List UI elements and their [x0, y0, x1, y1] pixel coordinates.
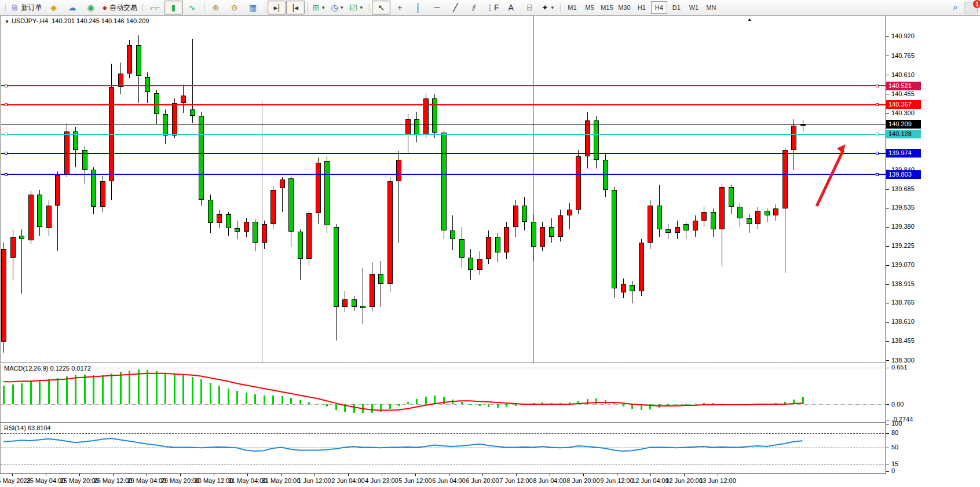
time-axis-tick [583, 474, 584, 476]
price-axis-label: 139.535 [891, 204, 915, 211]
rsi-axis-label: 80 [891, 429, 898, 436]
red-up-arrow[interactable] [1, 16, 887, 362]
vertical-line-button[interactable]: │ [409, 1, 427, 14]
arrows-button[interactable]: ✦▼ [539, 1, 557, 14]
horizontal-line-button[interactable]: ─ [427, 1, 446, 14]
templates-icon: 🗠 [349, 3, 357, 12]
macd-pane[interactable]: MACD(12,26,9) 0.1225 0.0172 [0, 364, 887, 422]
templates-button[interactable]: 🗠▼ [347, 1, 366, 14]
rsi-line [1, 423, 887, 473]
price-axis-label: 139.380 [891, 223, 915, 230]
notifications-icon[interactable]: 1 [964, 2, 978, 13]
timeframe-m5[interactable]: M5 [582, 1, 598, 14]
zoom-out-button[interactable]: ⊖ [225, 1, 244, 14]
label-button[interactable]: ⌸ [520, 1, 539, 14]
time-axis-label: 26 May 12:00 [94, 477, 133, 484]
market-watch-button[interactable]: ☁ [63, 1, 82, 14]
new-order-icon: 🗎 [11, 3, 19, 12]
price-level-badge: 140.521 [886, 82, 921, 90]
price-axis-label: 140.920 [891, 32, 915, 39]
price-level-badge: 139.974 [886, 149, 921, 158]
timeframe-mn[interactable]: MN [703, 1, 719, 14]
time-axis-tick [718, 474, 718, 476]
vertical-line-icon: │ [416, 3, 421, 12]
templates-button-dropdown-arrow[interactable]: ▼ [359, 5, 364, 10]
toolbar-separator [204, 2, 204, 13]
auto-scroll-button[interactable]: ▸| [268, 1, 286, 14]
chart-dropdown-triangle[interactable]: ▼ [5, 19, 9, 24]
auto-trading-button[interactable]: ●自动交易 [100, 1, 140, 14]
crosshair-button[interactable]: + [390, 1, 409, 14]
time-axis-label: 8 Jun 20:00 [566, 477, 600, 484]
trendline-icon: ╱ [453, 3, 458, 12]
cursor-button[interactable]: ↖ [372, 1, 390, 14]
auto-trading-icon: ● [103, 3, 107, 12]
time-axis-tick [113, 474, 114, 476]
arrows-button-dropdown-arrow[interactable]: ▼ [550, 5, 555, 10]
time-axis-label: 25 May 20:00 [60, 477, 99, 484]
chart-header: ▼USDJPY-,H4 140.201 140.245 140.146 140.… [5, 17, 149, 24]
line-chart-button[interactable]: ∿ [183, 1, 202, 14]
toolbar-separator [265, 2, 265, 13]
tile-windows-button[interactable]: ▦ [244, 1, 262, 14]
fibonacci-button[interactable]: ⋮F [483, 1, 502, 14]
trendline-button[interactable]: ╱ [446, 1, 465, 14]
mt4-application-window: ┆🗎新订单◆☁◉●自动交易┆⌐⌐▮∿⊕⊖▦▸||◂⊞▼◷▼🗠▼┆↖+│─╱⫽⋮F… [0, 0, 980, 487]
periods-button[interactable]: ◷▼ [328, 1, 347, 14]
time-axis-tick [482, 474, 483, 476]
new-order-button-label: 新订单 [21, 3, 42, 13]
candlestick-chart-icon: ▮ [171, 3, 176, 12]
time-axis-tick [449, 474, 449, 476]
charts-button[interactable]: ◆ [45, 1, 63, 14]
time-axis-label: 7 Jun 12:00 [499, 477, 533, 484]
time-axis-tick [247, 474, 248, 476]
time-axis-label: 31 May 20:00 [262, 477, 301, 484]
rsi-pane[interactable]: RSI(14) 63.8104 [0, 423, 887, 473]
channel-button[interactable]: ⫽ [465, 1, 483, 14]
signals-button[interactable]: ◉ [82, 1, 100, 14]
candlestick-chart-button[interactable]: ▮ [164, 1, 183, 14]
indicators-button[interactable]: ⊞▼ [310, 1, 328, 14]
search-icon[interactable]: ⌕ [953, 2, 958, 13]
timeframe-h1[interactable]: H1 [634, 1, 650, 14]
main-chart-pane[interactable]: ▼USDJPY-,H4 140.201 140.245 140.146 140.… [0, 16, 887, 362]
time-axis-tick [550, 474, 550, 476]
timeframe-m30[interactable]: M30 [616, 1, 632, 14]
time-axis-label: 8 Jun 04:00 [533, 477, 566, 484]
text-button[interactable]: A [502, 1, 520, 14]
bar-chart-button[interactable]: ⌐⌐ [146, 1, 164, 14]
crosshair-icon: + [397, 3, 402, 12]
charts-icon: ◆ [50, 3, 57, 12]
notification-count-badge: 1 [973, 0, 980, 8]
time-axis-tick [382, 474, 382, 476]
indicators-button-dropdown-arrow[interactable]: ▼ [321, 5, 326, 10]
time-axis-label: 13 Jun 12:00 [699, 477, 736, 484]
time-axis-label: 5 Jun 12:00 [398, 477, 432, 484]
toolbar-grip: ┆ [367, 4, 371, 12]
time-axis-label: 6 Jun 20:00 [466, 477, 499, 484]
new-order-button[interactable]: 🗎新订单 [9, 1, 45, 14]
label-icon: ⌸ [527, 3, 532, 12]
time-axis-tick [684, 474, 685, 476]
timeframe-h4[interactable]: H4 [651, 1, 667, 14]
toolbar-grip: ┆ [141, 4, 145, 12]
timeframe-w1[interactable]: W1 [686, 1, 702, 14]
zoom-in-button[interactable]: ⊕ [207, 1, 225, 14]
time-axis-label: 9 Jun 12:00 [600, 477, 634, 484]
timeframe-m1[interactable]: M1 [564, 1, 580, 14]
timeframe-d1[interactable]: D1 [668, 1, 685, 14]
time-axis-label: 31 May 04:00 [228, 477, 267, 484]
time-axis-label: 25 May 04:00 [27, 477, 65, 484]
timeframe-m15[interactable]: M15 [599, 1, 615, 14]
chart-shift-button[interactable]: |◂ [286, 1, 305, 14]
price-axis[interactable]: 140.920140.765140.610140.455140.300139.8… [886, 16, 980, 474]
time-axis-tick [617, 474, 617, 476]
periods-icon: ◷ [331, 3, 338, 12]
time-axis-label: 6 Jun 04:00 [432, 477, 466, 484]
periods-button-dropdown-arrow[interactable]: ▼ [339, 5, 344, 10]
toolbar-grip: ┆ [3, 4, 8, 12]
time-axis[interactable]: 24 May 202325 May 04:0025 May 20:0026 Ma… [0, 474, 980, 487]
time-axis-label: 29 May 20:00 [161, 477, 200, 484]
price-axis-label: 138.610 [891, 318, 915, 325]
channel-icon: ⫽ [472, 3, 476, 12]
